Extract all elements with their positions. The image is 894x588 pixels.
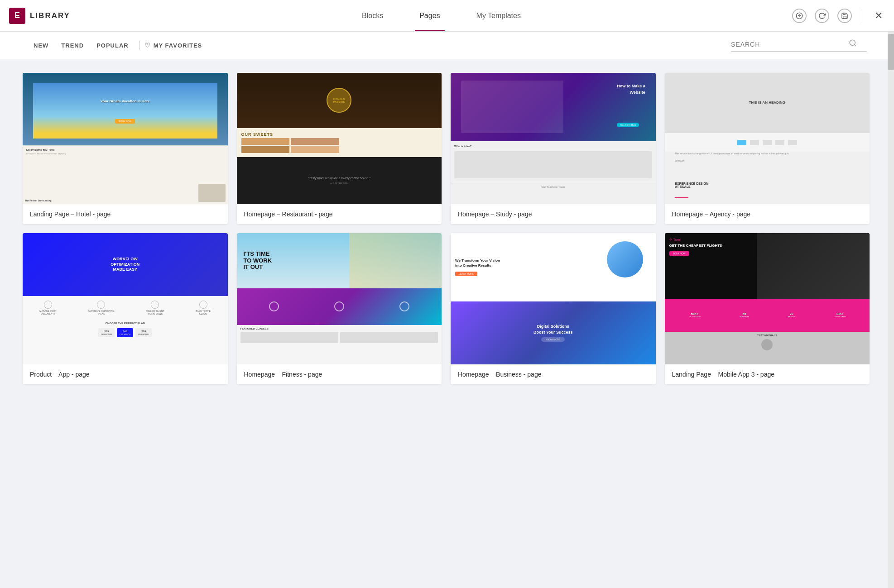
scrollbar[interactable] [888, 32, 894, 588]
template-label-agency: Homepage – Agency - page [665, 204, 870, 224]
search-area [731, 39, 867, 52]
template-card-business[interactable]: We Transform Your Visioninto Creative Re… [451, 233, 656, 384]
filter-bar: NEW TREND POPULAR ♡ MY FAVORITES [0, 32, 894, 59]
template-grid: Your Logo Your Dream Vacation is Here BO… [0, 59, 894, 398]
tab-pages[interactable]: Pages [415, 0, 444, 31]
header-divider [862, 9, 862, 23]
filter-popular[interactable]: POPULAR [90, 39, 135, 52]
template-label-study: Homepage – Study - page [451, 204, 656, 224]
template-thumb-agency: THIS IS AN HEADING This introduction is … [665, 73, 870, 204]
template-thumb-app: WORKFLOWOPTIMIZATIONMADE EASY MANAGE YOU… [23, 233, 228, 364]
template-card-study[interactable]: How to Make aWebsite Free Form Here Who … [451, 73, 656, 224]
filter-separator [139, 41, 140, 50]
template-label-mobile-app: Landing Page – Mobile App 3 - page [665, 364, 870, 384]
heart-icon: ♡ [144, 42, 151, 49]
filter-new[interactable]: NEW [27, 39, 55, 52]
template-thumb-restaurant: DONALDPASSION OUR SWEETS "Tasty food set… [237, 73, 442, 204]
template-thumb-business: We Transform Your Visioninto Creative Re… [451, 233, 656, 364]
svg-point-2 [850, 40, 855, 45]
template-label-fitness: Homepage – Fitness - page [237, 364, 442, 384]
tab-blocks[interactable]: Blocks [357, 0, 388, 31]
template-card-app[interactable]: WORKFLOWOPTIMIZATIONMADE EASY MANAGE YOU… [23, 233, 228, 384]
template-thumb-study: How to Make aWebsite Free Form Here Who … [451, 73, 656, 204]
template-card-fitness[interactable]: I'TS TIMETO WORKIT OUT FEATURED CLASSES [237, 233, 442, 384]
template-card-hotel[interactable]: Your Logo Your Dream Vacation is Here BO… [23, 73, 228, 224]
filter-favorites[interactable]: ♡ MY FAVORITES [144, 42, 202, 49]
filter-trend[interactable]: TREND [55, 39, 90, 52]
upload-icon[interactable] [792, 9, 807, 23]
logo-area: E LIBRARY [9, 8, 91, 24]
tab-my-templates[interactable]: My Templates [472, 0, 525, 31]
search-input[interactable] [731, 41, 844, 48]
scrollbar-thumb[interactable] [888, 34, 894, 70]
search-icon[interactable] [849, 39, 857, 49]
close-button[interactable]: ✕ [872, 10, 885, 22]
refresh-icon[interactable] [815, 9, 829, 23]
template-card-restaurant[interactable]: DONALDPASSION OUR SWEETS "Tasty food set… [237, 73, 442, 224]
header: E LIBRARY Blocks Pages My Templates [0, 0, 894, 32]
template-label-business: Homepage – Business - page [451, 364, 656, 384]
template-card-mobile-app[interactable]: PRO ✈ Torel GET THE CHEAPEST FLIGHTS BOO… [665, 233, 870, 384]
template-thumb-mobile: PRO ✈ Torel GET THE CHEAPEST FLIGHTS BOO… [665, 233, 870, 364]
svg-line-3 [854, 44, 856, 46]
library-title: LIBRARY [30, 11, 70, 20]
nav-tabs: Blocks Pages My Templates [91, 0, 792, 31]
template-label-restaurant: Homepage – Restaurant - page [237, 204, 442, 224]
template-label-app: Product – App - page [23, 364, 228, 384]
template-label-hotel: Landing Page – Hotel - page [23, 204, 228, 224]
header-actions: ✕ [792, 9, 885, 23]
template-thumb-fitness: I'TS TIMETO WORKIT OUT FEATURED CLASSES [237, 233, 442, 364]
elementor-logo: E [9, 8, 25, 24]
template-thumb-hotel: Your Logo Your Dream Vacation is Here BO… [23, 73, 228, 204]
template-card-agency[interactable]: THIS IS AN HEADING This introduction is … [665, 73, 870, 224]
save-icon[interactable] [837, 9, 852, 23]
